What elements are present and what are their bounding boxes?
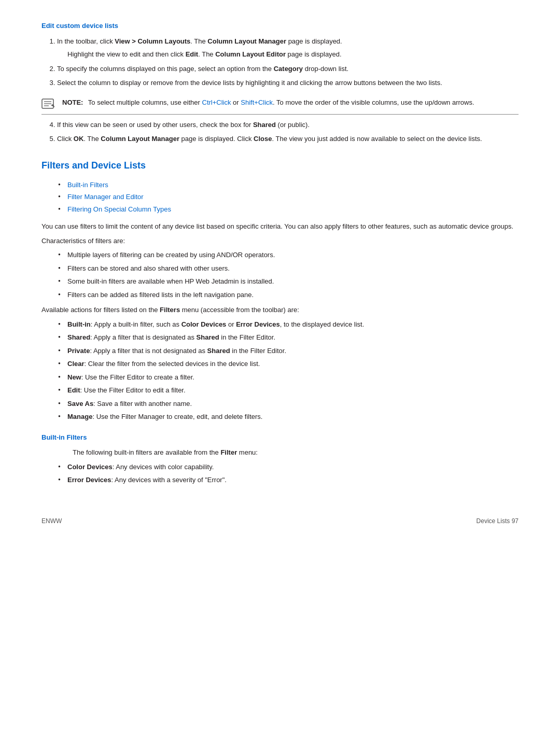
intro-p2: Characteristics of filters are: bbox=[41, 236, 519, 246]
step-1-text-after: page is displayed. bbox=[286, 37, 342, 45]
toc-link-filtermanager[interactable]: Filter Manager and Editor bbox=[67, 193, 144, 201]
builtin-color-after: : Any devices with color capability. bbox=[113, 463, 214, 471]
page-footer: ENWW Device Lists 97 bbox=[41, 516, 519, 526]
step-3-text: Select the column to display or remove f… bbox=[57, 79, 442, 87]
action-private: Private: Apply a filter that is not desi… bbox=[67, 346, 519, 356]
action-saveas-after: : Save a filter with another name. bbox=[93, 400, 192, 407]
actions-bold: Filters bbox=[160, 306, 180, 314]
step-5-mid: . The bbox=[83, 135, 101, 143]
footer-page-num: 97 bbox=[512, 517, 519, 525]
toc-item-builtin: Built-in Filters bbox=[67, 180, 519, 190]
action-saveas-bold: Save As bbox=[67, 400, 93, 407]
actions-list: Built-in: Apply a built-in filter, such … bbox=[67, 319, 519, 422]
toc-item-filteringspecial: Filtering On Special Column Types bbox=[67, 204, 519, 215]
note-box: NOTE: To select multiple columns, use ei… bbox=[41, 93, 519, 115]
builtin-list: Color Devices: Any devices with color ca… bbox=[67, 462, 519, 485]
actions-intro-after: menu (accessible from the toolbar) are: bbox=[180, 306, 299, 314]
steps-cont-list: If this view can be seen or used by othe… bbox=[57, 120, 519, 144]
action-builtin-bold3: Error Devices bbox=[236, 320, 280, 328]
char-4: Filters can be added as filtered lists i… bbox=[67, 290, 519, 300]
action-shared: Shared: Apply a filter that is designate… bbox=[67, 332, 519, 343]
action-new-bold: New bbox=[67, 373, 81, 381]
note-link-shift[interactable]: Shift+Click bbox=[241, 99, 273, 106]
action-builtin-after: , to the displayed device list. bbox=[280, 320, 365, 328]
step-1-sub-bold1: Edit bbox=[186, 50, 199, 58]
note-link-ctrl[interactable]: Ctrl+Click bbox=[202, 99, 231, 106]
builtin-error: Error Devices: Any devices with a severi… bbox=[67, 475, 519, 485]
step-1-sub-mid: . The bbox=[198, 50, 215, 58]
action-builtin-bold2: Color Devices bbox=[181, 320, 227, 328]
step-5-mid2: page is displayed. Click bbox=[179, 135, 254, 143]
action-private-bold2: Shared bbox=[207, 347, 230, 355]
actions-intro: Available actions for filters listed on … bbox=[41, 305, 519, 315]
action-builtin: Built-in: Apply a built-in filter, such … bbox=[67, 319, 519, 330]
action-edit-after: : Use the Filter Editor to edit a filter… bbox=[80, 386, 186, 394]
action-manage: Manage: Use the Filter Manager to create… bbox=[67, 412, 519, 422]
builtin-bold: Filter bbox=[220, 448, 237, 456]
toc-list: Built-in Filters Filter Manager and Edit… bbox=[67, 180, 519, 215]
note-text-after: . To move the order of the visible colum… bbox=[273, 99, 474, 106]
builtin-color-bold: Color Devices bbox=[67, 463, 113, 471]
toc-link-builtin[interactable]: Built-in Filters bbox=[67, 181, 108, 189]
step-1-bold2: Column Layout Manager bbox=[207, 37, 286, 45]
action-private-bold: Private bbox=[67, 347, 90, 355]
step-1-text-mid: . The bbox=[190, 37, 207, 45]
step-1-sub: Highlight the view to edit and then clic… bbox=[67, 49, 519, 60]
char-2: Filters can be stored and also shared wi… bbox=[67, 263, 519, 274]
actions-intro-before: Available actions for filters listed on … bbox=[41, 306, 160, 314]
step-1-sub-after: page is displayed. bbox=[286, 50, 342, 58]
note-content: NOTE: To select multiple columns, use ei… bbox=[62, 97, 474, 108]
action-clear: Clear: Clear the filter from the selecte… bbox=[67, 359, 519, 369]
step-5-bold2: Column Layout Manager bbox=[101, 135, 179, 143]
step-4: If this view can be seen or used by othe… bbox=[57, 120, 519, 130]
edit-custom-heading: Edit custom device lists bbox=[41, 21, 519, 31]
action-manage-after: : Use the Filter Manager to create, edit… bbox=[92, 413, 262, 420]
builtin-error-after: : Any devices with a severity of "Error"… bbox=[111, 476, 227, 484]
footer-right-before: Device Lists bbox=[477, 517, 510, 525]
action-clear-after: : Clear the filter from the selected dev… bbox=[85, 360, 260, 368]
action-shared-bold: Shared bbox=[67, 333, 90, 341]
note-label: NOTE: bbox=[62, 99, 83, 106]
action-shared-before: : Apply a filter that is designated as bbox=[90, 333, 197, 341]
step-2-bold: Category bbox=[274, 65, 303, 73]
step-1-bold1: View > Column Layouts bbox=[115, 37, 190, 45]
action-manage-bold: Manage bbox=[67, 413, 92, 420]
builtin-intro-after: menu: bbox=[237, 448, 258, 456]
step-4-bold: Shared bbox=[253, 121, 276, 129]
char-3: Some built-in filters are available when… bbox=[67, 276, 519, 287]
builtin-error-bold: Error Devices bbox=[67, 476, 111, 484]
filters-heading: Filters and Device Lists bbox=[41, 159, 519, 173]
step-1-sub-before: Highlight the view to edit and then clic… bbox=[67, 50, 186, 58]
step-1: In the toolbar, click View > Column Layo… bbox=[57, 36, 519, 60]
toc-link-filteringspecial[interactable]: Filtering On Special Column Types bbox=[67, 205, 171, 213]
step-5-after: . The view you just added is now availab… bbox=[272, 135, 482, 143]
action-builtin-mid: or bbox=[226, 320, 236, 328]
action-shared-after: in the Filter Editor. bbox=[219, 333, 275, 341]
step-3: Select the column to display or remove f… bbox=[57, 78, 519, 88]
action-clear-bold: Clear bbox=[67, 360, 85, 368]
action-builtin-before: : Apply a built-in filter, such as bbox=[91, 320, 181, 328]
steps-list: In the toolbar, click View > Column Layo… bbox=[57, 36, 519, 88]
step-2-before: To specify the columns displayed on this… bbox=[57, 65, 274, 73]
step-5: Click OK. The Column Layout Manager page… bbox=[57, 134, 519, 144]
characteristics-list: Multiple layers of filtering can be crea… bbox=[67, 250, 519, 300]
action-new: New: Use the Filter Editor to create a f… bbox=[67, 372, 519, 383]
builtin-intro: The following built-in filters are avail… bbox=[73, 447, 519, 458]
step-2-after: drop-down list. bbox=[303, 65, 348, 73]
step-4-after: (or public). bbox=[276, 121, 310, 129]
builtin-heading: Built-in Filters bbox=[41, 432, 519, 443]
note-text-before: To select multiple columns, use either bbox=[88, 99, 202, 106]
action-edit: Edit: Use the Filter Editor to edit a fi… bbox=[67, 385, 519, 396]
action-new-after: : Use the Filter Editor to create a filt… bbox=[81, 373, 194, 381]
action-builtin-bold: Built-in bbox=[67, 320, 91, 328]
action-edit-bold: Edit bbox=[67, 386, 80, 394]
action-private-before: : Apply a filter that is not designated … bbox=[90, 347, 207, 355]
step-5-bold3: Close bbox=[254, 135, 272, 143]
step-4-before: If this view can be seen or used by othe… bbox=[57, 121, 253, 129]
step-5-bold1: OK bbox=[74, 135, 84, 143]
intro-p1: You can use filters to limit the content… bbox=[41, 221, 519, 232]
step-1-text-before: In the toolbar, click bbox=[57, 37, 115, 45]
char-1: Multiple layers of filtering can be crea… bbox=[67, 250, 519, 260]
action-private-after: in the Filter Editor. bbox=[230, 347, 286, 355]
step-1-sub-bold2: Column Layout Editor bbox=[215, 50, 286, 58]
